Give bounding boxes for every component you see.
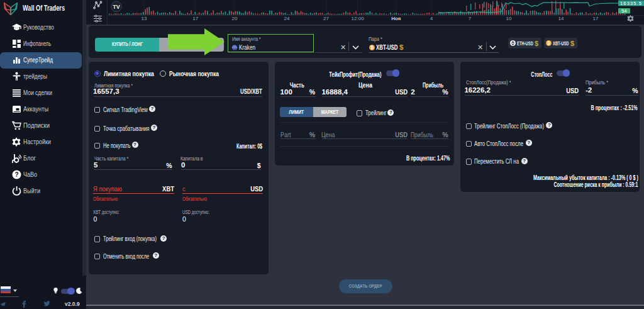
svg-text:16335.5: 16335.5 [620, 1, 641, 6]
svg-text:7: 7 [469, 16, 472, 21]
svg-text:27: 27 [323, 16, 329, 21]
svg-text:14: 14 [558, 16, 564, 21]
svg-text:20: 20 [232, 16, 238, 21]
svg-text:12:00: 12:00 [352, 16, 365, 21]
svg-text:24: 24 [284, 16, 290, 21]
svg-text:13: 13 [142, 16, 147, 21]
svg-text:17: 17 [192, 16, 198, 21]
svg-text:Ноя: Ноя [391, 16, 401, 21]
svg-text:TV: TV [113, 4, 120, 10]
svg-text:10: 10 [506, 16, 512, 21]
svg-text:?: ? [14, 171, 18, 178]
svg-text:54: 54 [621, 8, 626, 14]
svg-text:₿: ₿ [370, 45, 374, 50]
svg-text:17: 17 [593, 16, 599, 21]
svg-text:₿: ₿ [547, 41, 550, 45]
svg-text:4: 4 [430, 16, 433, 21]
